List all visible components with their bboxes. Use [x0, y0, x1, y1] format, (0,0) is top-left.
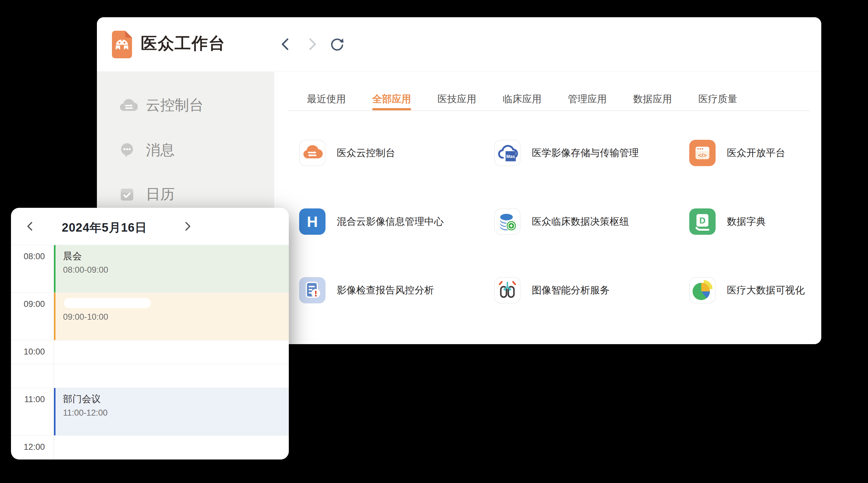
- sidebar-item-label: 消息: [146, 140, 175, 160]
- app-clinical-data-hub[interactable]: 医众临床数据决策枢纽: [494, 208, 689, 277]
- tab-all-apps[interactable]: 全部应用: [372, 88, 411, 110]
- sidebar-item-calendar[interactable]: 日历: [97, 179, 274, 210]
- apps-grid: 医众云控制台 Mas 医学影像存储与传输管理: [299, 140, 821, 344]
- tab-data-apps[interactable]: 数据应用: [633, 88, 672, 110]
- app-label: 医众开放平台: [727, 140, 785, 166]
- app-label: 医众云控制台: [337, 140, 395, 166]
- nav-refresh-button[interactable]: [330, 37, 345, 52]
- calendar-next-day-button[interactable]: [182, 220, 193, 232]
- calendar-panel: 2024年5月16日 08:00 09:00 10:00 11:00 12:00…: [11, 208, 289, 459]
- sidebar-item-label: 日历: [146, 185, 175, 204]
- tab-admin-apps[interactable]: 管理应用: [568, 88, 607, 110]
- event-title: 晨会: [63, 250, 289, 262]
- content-area: 最近使用 全部应用 医技应用 临床应用 管理应用 数据应用 医疗质量: [274, 72, 821, 344]
- app-label: 图像智能分析服务: [532, 277, 610, 303]
- event-time: 09:00-10:00: [63, 312, 108, 322]
- calendar-event-redacted[interactable]: 09:00-10:00: [54, 293, 289, 340]
- window-title: 医众工作台: [141, 33, 225, 55]
- app-label: 医学影像存储与传输管理: [532, 140, 639, 166]
- mas-cloud-icon: Mas: [494, 140, 521, 166]
- cloud-console-icon: [299, 140, 326, 166]
- message-icon: [120, 142, 134, 158]
- calendar-event-department-meeting[interactable]: 部门会议 11:00-12:00: [54, 388, 289, 436]
- pie-chart-icon: [689, 277, 716, 303]
- calendar-prev-day-button[interactable]: [24, 220, 36, 232]
- app-label: 影像检查报告风控分析: [337, 277, 434, 303]
- half-hour-line: [11, 364, 289, 364]
- app-label: 数据字典: [727, 208, 766, 235]
- report-risk-icon: [299, 277, 326, 303]
- event-title: 部门会议: [63, 393, 289, 405]
- event-time: 08:00-09:00: [63, 265, 289, 275]
- time-label: 08:00: [11, 252, 45, 261]
- time-label: 11:00: [11, 395, 45, 404]
- app-open-platform[interactable]: </> 医众开放平台: [689, 140, 821, 208]
- sidebar-item-cloud-console[interactable]: 云控制台: [97, 90, 274, 120]
- app-data-dictionary[interactable]: D 数据字典: [689, 208, 821, 277]
- app-cloud-console[interactable]: 医众云控制台: [299, 140, 494, 208]
- cloud-console-icon: [120, 98, 138, 113]
- time-label: 10:00: [11, 347, 45, 357]
- window-header: 医众工作台: [97, 17, 821, 71]
- hybrid-cloud-icon: H: [299, 208, 326, 235]
- app-label: 混合云影像信息管理中心: [337, 208, 444, 235]
- sidebar-item-messages[interactable]: 消息: [97, 135, 274, 165]
- svg-text:D: D: [699, 216, 706, 225]
- redacted-title-pill: [64, 298, 151, 308]
- tab-clinical-apps[interactable]: 临床应用: [503, 88, 541, 110]
- event-time: 11:00-12:00: [63, 408, 289, 418]
- time-label: 12:00: [11, 442, 45, 452]
- hour-line: [11, 340, 289, 341]
- svg-text:</>: </>: [698, 152, 707, 159]
- lungs-ai-icon: [494, 277, 521, 303]
- data-dictionary-icon: D: [689, 208, 716, 235]
- tab-quality[interactable]: 医疗质量: [699, 88, 737, 110]
- calendar-icon: [120, 187, 134, 202]
- svg-text:Mas: Mas: [506, 154, 515, 159]
- app-image-ai-service[interactable]: 图像智能分析服务: [494, 277, 689, 344]
- nav-back-button[interactable]: [278, 37, 293, 52]
- sidebar-item-label: 云控制台: [146, 96, 204, 115]
- tab-bar: 最近使用 全部应用 医技应用 临床应用 管理应用 数据应用 医疗质量: [307, 88, 737, 110]
- app-label: 医疗大数据可视化: [727, 277, 805, 303]
- open-platform-icon: </>: [689, 140, 716, 166]
- app-hybrid-cloud-center[interactable]: H 混合云影像信息管理中心: [299, 208, 494, 277]
- app-report-risk-analysis[interactable]: 影像检查报告风控分析: [299, 277, 494, 344]
- app-big-data-visualization[interactable]: 医疗大数据可视化: [689, 277, 821, 344]
- tab-divider: [288, 110, 810, 111]
- tab-medtech-apps[interactable]: 医技应用: [437, 88, 476, 110]
- app-medical-image-storage[interactable]: Mas 医学影像存储与传输管理: [494, 140, 689, 208]
- calendar-date: 2024年5月16日: [52, 220, 157, 236]
- time-label: 09:00: [11, 299, 45, 309]
- app-label: 医众临床数据决策枢纽: [532, 208, 629, 235]
- clinical-data-hub-icon: [494, 208, 521, 235]
- svg-text:H: H: [307, 214, 318, 230]
- tab-recent[interactable]: 最近使用: [307, 88, 346, 110]
- calendar-event-morning-meeting[interactable]: 晨会 08:00-09:00: [54, 245, 289, 292]
- nav-forward-button[interactable]: [305, 37, 319, 52]
- app-logo-icon: [112, 31, 132, 58]
